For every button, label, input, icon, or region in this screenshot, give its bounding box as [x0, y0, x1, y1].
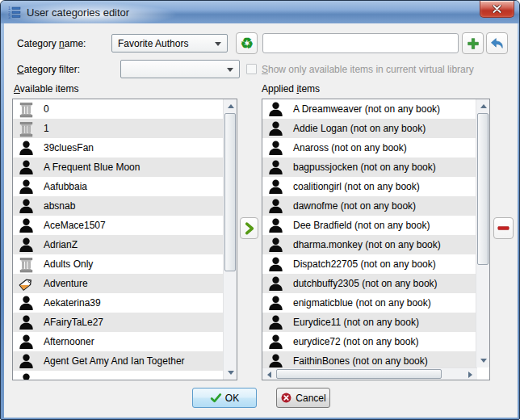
- close-button[interactable]: [480, 1, 514, 18]
- column-icon: [17, 120, 35, 137]
- scrollbar-left-button[interactable]: [262, 368, 276, 380]
- list-item[interactable]: Aafubbaia: [13, 177, 223, 196]
- list-item[interactable]: Adventure: [13, 274, 223, 293]
- minus-icon: [496, 220, 511, 236]
- column-icon: [17, 255, 35, 273]
- list-item[interactable]: A Frequent Blue Moon: [13, 158, 223, 177]
- apply-item-button[interactable]: [240, 217, 258, 239]
- list-item[interactable]: Aekaterina39: [13, 293, 223, 313]
- list-item[interactable]: dharma.monkey (not on any book): [262, 235, 476, 254]
- list-item[interactable]: Dee Bradfield (not on any book): [262, 216, 476, 235]
- category-filter-combobox[interactable]: [120, 60, 240, 78]
- scrollbar-thumb[interactable]: [224, 113, 236, 271]
- user-icon: [266, 158, 284, 176]
- window-title: User categories editor: [27, 6, 129, 19]
- virtual-library-checkbox[interactable]: [246, 64, 257, 74]
- available-vertical-scrollbar[interactable]: [223, 99, 237, 380]
- list-item[interactable]: Anaross (not on any book): [262, 138, 476, 158]
- scrollbar-up-button[interactable]: [224, 99, 237, 113]
- list-item[interactable]: Agent Get Amy And Ian Together: [13, 351, 223, 371]
- list-item[interactable]: enigmaticblue (not on any book): [262, 293, 476, 313]
- user-icon: [17, 333, 35, 351]
- list-item[interactable]: AFairyTaLe27: [13, 313, 223, 332]
- user-icon: [266, 139, 284, 157]
- scrollbar-thumb[interactable]: [477, 113, 489, 265]
- category-name-label: Category name:: [17, 34, 86, 52]
- svg-text:3: 3: [8, 15, 10, 19]
- list-item[interactable]: coalitiongirl (not on any book): [262, 177, 476, 196]
- list-item[interactable]: dawnofme (not on any book): [262, 196, 476, 216]
- user-icon: [266, 216, 284, 234]
- scrollbar-down-button[interactable]: [476, 354, 490, 368]
- list-item[interactable]: dutchbuffy2305 (not on any book): [262, 274, 476, 293]
- close-icon: [493, 5, 501, 13]
- user-icon: [17, 313, 35, 331]
- list-item[interactable]: FaithinBones (not on any book): [262, 351, 476, 368]
- user-icon: [266, 236, 284, 254]
- cancel-button[interactable]: Cancel: [276, 388, 330, 408]
- list-item[interactable]: AceMace1507: [13, 216, 223, 235]
- new-category-button[interactable]: ♻: [236, 32, 258, 54]
- user-icon: [266, 100, 284, 118]
- green-check-icon: [210, 392, 222, 404]
- list-item[interactable]: [13, 371, 223, 380]
- user-icon: [17, 352, 35, 370]
- category-name-combobox[interactable]: Favorite Authors: [111, 34, 228, 52]
- ok-button[interactable]: OK: [192, 388, 257, 408]
- user-icon: [266, 255, 284, 273]
- list-item[interactable]: Dispatch22705 (not on any book): [262, 254, 476, 274]
- list-item[interactable]: eurydice72 (not on any book): [262, 332, 476, 351]
- scrollbar-right-button[interactable]: [463, 368, 477, 380]
- rename-category-button[interactable]: [486, 32, 508, 54]
- user-icon: [266, 178, 284, 195]
- list-item[interactable]: AdrianZ: [13, 235, 223, 254]
- scrollbar-up-button[interactable]: [476, 99, 490, 113]
- user-icon: [266, 313, 284, 331]
- user-icon: [266, 275, 284, 292]
- list-item[interactable]: Adults Only: [13, 254, 223, 274]
- list-item[interactable]: bagpussjocken (not on any book): [262, 158, 476, 177]
- user-icon: [17, 197, 35, 215]
- list-item[interactable]: Addie Logan (not on any book): [262, 119, 476, 138]
- list-item[interactable]: Afternooner: [13, 332, 223, 351]
- list-item[interactable]: 0: [13, 99, 223, 119]
- tag-icon: [17, 275, 35, 292]
- user-icon: [17, 178, 35, 195]
- scrollbar-down-button[interactable]: [224, 366, 237, 380]
- ok-button-label: OK: [225, 393, 239, 404]
- cancel-button-label: Cancel: [296, 393, 325, 404]
- user-icon: [266, 120, 284, 137]
- user-categories-editor-dialog: 1 2 3 User categories editor Category na…: [0, 0, 520, 420]
- applied-vertical-scrollbar[interactable]: [476, 99, 489, 368]
- user-icon: [17, 158, 35, 176]
- user-icon: [266, 197, 284, 215]
- add-category-button[interactable]: [462, 32, 484, 54]
- user-icon: [17, 294, 35, 312]
- red-x-circle-icon: [280, 392, 292, 404]
- available-items-rows: 0 1 39cluesFan A Frequent Blue Moon Aafu…: [13, 99, 223, 380]
- list-item[interactable]: Eurydice11 (not on any book): [262, 313, 476, 332]
- dialog-body: Category name: Favorite Authors ♻ Catego…: [4, 23, 518, 418]
- applied-horizontal-scrollbar[interactable]: [262, 368, 477, 380]
- user-icon: [17, 139, 35, 157]
- applied-items-list[interactable]: A Dreamweaver (not on any book) Addie Lo…: [262, 99, 490, 380]
- list-item[interactable]: A Dreamweaver (not on any book): [262, 99, 476, 119]
- user-icon: [17, 236, 35, 254]
- scrollbar-thumb[interactable]: [276, 369, 442, 379]
- applied-items-rows: A Dreamweaver (not on any book) Addie Lo…: [262, 99, 476, 368]
- list-item[interactable]: 39cluesFan: [13, 138, 223, 158]
- right-chevron-icon: [242, 220, 256, 236]
- available-items-list[interactable]: 0 1 39cluesFan A Frequent Blue Moon Aafu…: [12, 99, 237, 380]
- user-icon: [266, 294, 284, 312]
- recycle-icon: ♻: [240, 36, 253, 51]
- titlebar[interactable]: 1 2 3 User categories editor: [1, 1, 519, 23]
- available-items-header: Available items: [14, 82, 79, 96]
- category-name-value: Favorite Authors: [118, 38, 188, 49]
- applied-items-header: Applied items: [262, 82, 320, 96]
- list-item[interactable]: 1: [13, 119, 223, 138]
- unapply-item-button[interactable]: [493, 217, 514, 239]
- new-category-name-input[interactable]: [262, 33, 459, 53]
- virtual-library-checkbox-label: Show only available items in current vir…: [262, 60, 474, 78]
- user-icon: [266, 333, 284, 351]
- list-item[interactable]: absnab: [13, 196, 223, 216]
